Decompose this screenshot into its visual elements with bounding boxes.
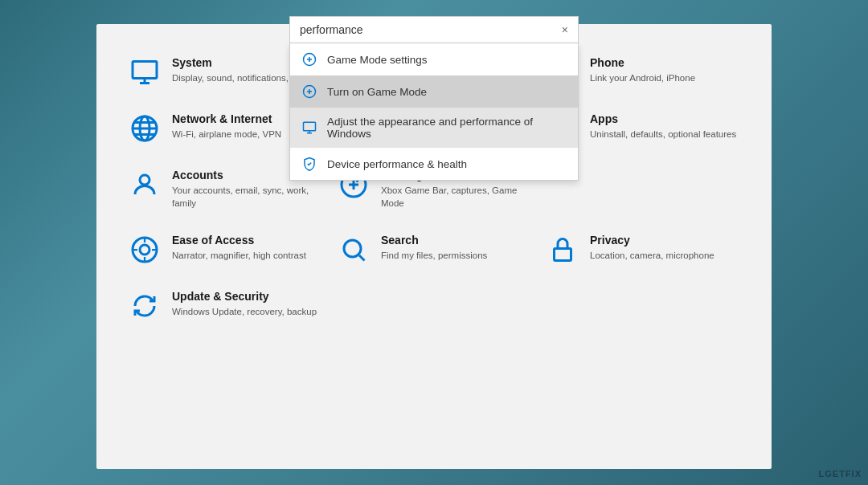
dropdown-item-adjust-appearance[interactable]: Adjust the appearance and performance of… xyxy=(290,108,578,148)
settings-item-ease[interactable]: Ease of Access Narrator, magnifier, high… xyxy=(129,234,321,266)
settings-item-update[interactable]: Update & Security Windows Update, recove… xyxy=(129,290,321,322)
svg-point-15 xyxy=(344,240,361,257)
phone-desc: Link your Android, iPhone xyxy=(590,71,695,84)
svg-rect-0 xyxy=(133,62,157,79)
accounts-desc: Your accounts, email, sync, work, family xyxy=(172,184,321,210)
dropdown-item-device-performance[interactable]: Device performance & health xyxy=(290,148,578,180)
search-clear-button[interactable]: × xyxy=(562,23,568,36)
dropdown-item-game-mode-settings[interactable]: Game Mode settings xyxy=(290,43,578,75)
game-mode-icon-2 xyxy=(301,84,317,100)
svg-rect-16 xyxy=(555,249,571,261)
search-box[interactable]: performance × xyxy=(289,16,579,43)
watermark: LGETFIX xyxy=(819,469,862,479)
search-dropdown: Game Mode settings Turn on Game Mode Adj… xyxy=(289,43,579,181)
svg-rect-19 xyxy=(304,122,316,131)
svg-point-14 xyxy=(140,245,149,255)
phone-title: Phone xyxy=(590,56,695,69)
search-settings-icon xyxy=(338,234,370,266)
update-desc: Windows Update, recovery, backup xyxy=(172,305,317,318)
ease-icon xyxy=(129,234,161,266)
settings-item-search[interactable]: Search Find my files, permissions xyxy=(338,234,530,266)
network-title: Network & Internet xyxy=(172,112,281,125)
update-title: Update & Security xyxy=(172,290,317,303)
apps-desc: Uninstall, defaults, optional features xyxy=(590,128,736,141)
dropdown-item-turn-on-game-mode[interactable]: Turn on Game Mode xyxy=(290,75,578,108)
search-desc: Find my files, permissions xyxy=(381,249,487,262)
search-title: Search xyxy=(381,234,487,247)
shield-icon xyxy=(301,156,317,172)
privacy-icon xyxy=(547,234,579,266)
network-desc: Wi-Fi, airplane mode, VPN xyxy=(172,128,281,141)
privacy-title: Privacy xyxy=(590,234,714,247)
monitor-icon xyxy=(129,56,161,88)
search-input-value: performance xyxy=(300,23,562,36)
privacy-desc: Location, camera, microphone xyxy=(590,249,714,262)
settings-item-privacy[interactable]: Privacy Location, camera, microphone xyxy=(547,234,739,266)
game-mode-icon-1 xyxy=(301,51,317,67)
accounts-icon xyxy=(129,169,161,201)
ease-desc: Narrator, magnifier, high contrast xyxy=(172,249,306,262)
update-icon xyxy=(129,290,161,322)
svg-point-10 xyxy=(140,175,149,185)
apps-title: Apps xyxy=(590,112,736,125)
gaming-desc: Xbox Game Bar, captures, Game Mode xyxy=(381,184,530,210)
network-icon xyxy=(129,112,161,145)
search-container: performance × Game Mode settings Turn on… xyxy=(289,16,579,181)
ease-title: Ease of Access xyxy=(172,234,306,247)
display-icon xyxy=(301,120,317,136)
